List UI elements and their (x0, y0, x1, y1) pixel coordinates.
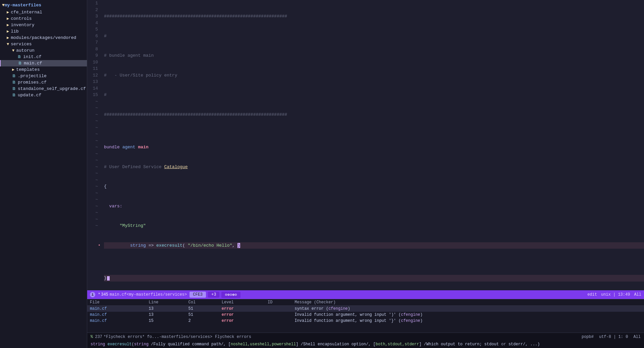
sidebar-item-label: main.cf (24, 61, 42, 66)
code-line-13: string => execresult( "/bin/echo Hello",… (104, 242, 644, 249)
format-bottom: utf-8 | 1: 0 (599, 335, 628, 339)
table-row: main.cf1351errorInvalid function argumen… (87, 312, 644, 318)
hint-bar: string execresult(string /Fully qualifie… (87, 341, 644, 348)
folder-icon: ▼ (12, 48, 14, 53)
sidebar-item-label: init.cf (23, 54, 42, 59)
folder-icon: ▼ (7, 42, 9, 47)
file-icon: 🗎 (12, 80, 16, 85)
code-line-12: "MyString" (104, 222, 644, 229)
checker-table: File Line Col Level ID Message (Checker)… (87, 299, 644, 324)
sidebar-item-label: templates (16, 67, 40, 72)
code-line-8: bundle agent main (104, 144, 644, 151)
cell-message: Invalid function argument, wrong input '… (292, 318, 644, 324)
sidebar-item-update-cf[interactable]: 🗎 update.cf (0, 92, 87, 98)
col-id: ID (265, 299, 292, 306)
tab-special[interactable]: ⊙⊕⊝⊛⊙ (221, 292, 240, 298)
bottom-right: popb# utf-8 | 1: 0 All (582, 335, 641, 339)
sidebar-item-label: .projectile (18, 73, 47, 79)
table-row: main.cf152errorInvalid function argument… (87, 318, 644, 324)
cell-id (265, 312, 292, 318)
folder-icon: ▶ (12, 67, 14, 72)
code-line-1: ########################################… (104, 13, 644, 20)
sidebar-item-autorun[interactable]: ▼ autorun (0, 47, 87, 54)
sidebar-item-modules[interactable]: ▶ modules/packages/vendored (0, 35, 87, 41)
col-file: File (87, 299, 146, 306)
sidebar-item-label: services (11, 42, 32, 47)
tab-cfe3[interactable]: CFE3 (190, 292, 206, 298)
file-icon: 🗎 (17, 54, 21, 59)
cell-file: main.cf (87, 312, 146, 318)
sidebar-item-controls[interactable]: ▶ controls (0, 15, 87, 22)
col-message: Message (Checker) (292, 299, 644, 306)
sidebar-item-label: autorun (16, 48, 35, 53)
code-line-10: { (104, 183, 644, 190)
col-col: Col (186, 299, 219, 306)
sidebar-item-projectile[interactable]: 🗎 .projectile (0, 73, 87, 79)
cell-col: 51 (186, 312, 219, 318)
sidebar-item-label: lib (11, 29, 18, 34)
edit-mode: edit (587, 292, 597, 297)
folder-icon: ▶ (7, 35, 9, 40)
sidebar-item-cfe_internal[interactable]: ▶ cfe_internal (0, 9, 87, 15)
sidebar-item-init-cf[interactable]: 🗎 init.cf (0, 54, 87, 60)
cell-col: 2 (186, 318, 219, 324)
code-line-5: # (104, 92, 644, 98)
code-line-11: vars: (104, 203, 644, 210)
sidebar-item-label: promises.cf (18, 80, 47, 85)
sidebar-item-standalone[interactable]: 🗎 standalone_self_upgrade.cf (0, 86, 87, 92)
line-count: 345 (101, 292, 108, 297)
cell-level: error (219, 312, 265, 318)
file-tree: ▼ my-masterfiles ▶ cfe_internal ▶ contro… (0, 0, 87, 348)
bottom-bar: % 237 *Flycheck errors* fo...-masterfile… (87, 333, 644, 341)
folder-icon: ▶ (7, 16, 9, 21)
sidebar-item-inventory[interactable]: ▶ inventory (0, 22, 87, 28)
status-bar: i * 345 main.cf<my-masterfiles/services>… (87, 290, 644, 299)
cell-message: Invalid function argument, wrong input '… (292, 312, 644, 318)
cell-line: 13 (146, 306, 185, 312)
sidebar-item-promises-cf[interactable]: 🗎 promises.cf (0, 79, 87, 86)
sidebar-item-label: cfe_internal (11, 10, 42, 15)
cell-line: 15 (146, 318, 185, 324)
sidebar-item-label: controls (11, 16, 32, 21)
code-line-3: # bundle agent main (104, 52, 644, 59)
editor-container: 1 2 3 4 5 6 7 8 9 10 11 12 13 14 15 ~ ~ (87, 0, 644, 348)
sidebar-item-services[interactable]: ▼ services (0, 41, 87, 47)
sidebar-item-label: inventory (11, 22, 34, 28)
sidebar-item-lib[interactable]: ▶ lib (0, 28, 87, 35)
code-line-9: # User Defined Service Catalogue (104, 164, 644, 170)
cell-level: error (219, 318, 265, 324)
encoding-format: unix | 13:49 (601, 292, 630, 297)
code-line-4: # - User/Site policy entry (104, 72, 644, 79)
cell-file: main.cf (87, 306, 146, 312)
checker-panel: File Line Col Level ID Message (Checker)… (87, 299, 644, 333)
sidebar-item-label: standalone_self_upgrade.cf (18, 86, 86, 91)
sidebar-item-label: modules/packages/vendored (11, 35, 76, 40)
bottom-command: *Flycheck errors* fo...-masterfiles/serv… (104, 335, 212, 339)
sidebar-item-label: update.cf (18, 93, 41, 98)
all-bottom: All (633, 335, 641, 339)
cell-id (265, 306, 292, 312)
cell-message: syntax error (cfengine) (292, 306, 644, 312)
cell-level: error (219, 306, 265, 312)
status-right: edit unix | 13:49 All (587, 292, 641, 297)
cell-col: 51 (186, 306, 219, 312)
code-area: 1 2 3 4 5 6 7 8 9 10 11 12 13 14 15 ~ ~ (87, 0, 644, 290)
cell-line: 13 (146, 312, 185, 318)
tab-plus3[interactable]: +3 (208, 292, 219, 298)
root-folder[interactable]: ▼ my-masterfiles (0, 1, 87, 9)
flycheck-label: Flycheck errors (215, 335, 251, 339)
col-level: Level (219, 299, 265, 306)
code-line-15: } (104, 275, 644, 282)
sidebar-item-templates[interactable]: ▶ templates (0, 66, 87, 73)
file-icon: 🗎 (18, 61, 22, 66)
prompt: % (91, 335, 93, 339)
file-icon: 🗎 (12, 93, 16, 98)
code-editor[interactable]: ########################################… (101, 0, 644, 290)
folder-icon: ▶ (7, 29, 9, 34)
table-row: main.cf1351errorsyntax error (cfengine) (87, 306, 644, 312)
root-folder-label: my-masterfiles (5, 3, 41, 8)
sidebar-item-main-cf[interactable]: 🗎 main.cf (0, 60, 87, 66)
editor-content[interactable]: 1 2 3 4 5 6 7 8 9 10 11 12 13 14 15 ~ ~ (87, 0, 644, 290)
folder-icon: ▶ (7, 10, 9, 15)
file-path: main.cf<my-masterfiles/services> (110, 292, 187, 297)
